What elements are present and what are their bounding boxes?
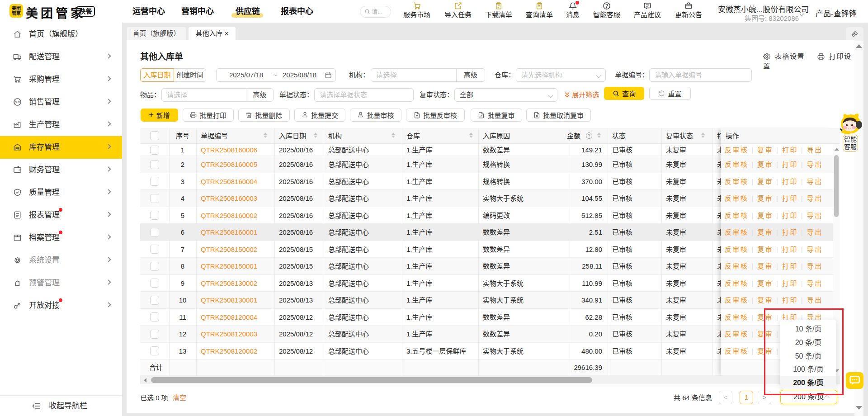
svg-text:BUY: BUY bbox=[14, 101, 20, 104]
